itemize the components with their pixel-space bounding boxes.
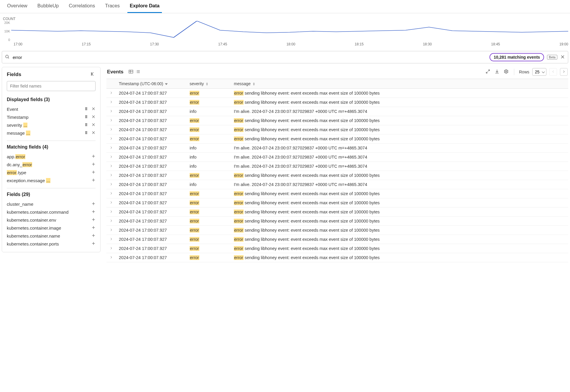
expand-row-button[interactable] — [109, 173, 113, 178]
expand-row-button[interactable] — [109, 164, 113, 169]
add-field-button[interactable] — [91, 154, 96, 159]
table-row[interactable]: 2024-07-24 17:00:07.927errorerror sendin… — [106, 116, 568, 125]
xtick: 18:30 — [423, 42, 432, 46]
table-row[interactable]: 2024-07-24 17:00:07.927errorerror sendin… — [106, 217, 568, 226]
expand-row-button[interactable] — [109, 237, 113, 242]
table-row[interactable]: 2024-07-24 17:00:07.927infoI'm alive. 20… — [106, 144, 568, 153]
close-icon — [91, 115, 96, 120]
view-table-button[interactable] — [128, 68, 134, 76]
table-row[interactable]: 2024-07-24 17:00:07.927infoI'm alive. 20… — [106, 153, 568, 162]
field-row[interactable]: cluster_name — [7, 200, 96, 208]
matching-field-row[interactable]: dc.any_error — [7, 161, 96, 169]
drag-handle-icon[interactable] — [84, 131, 88, 136]
add-field-button[interactable] — [91, 225, 96, 230]
table-row[interactable]: 2024-07-24 17:00:07.927infoI'm alive. 20… — [106, 107, 568, 116]
rows-select[interactable]: 25 — [532, 68, 546, 76]
table-row[interactable]: 2024-07-24 17:00:07.927errorerror sendin… — [106, 134, 568, 144]
expand-row-button[interactable] — [109, 136, 113, 141]
drag-handle-icon[interactable] — [84, 123, 88, 128]
add-field-button[interactable] — [91, 241, 96, 246]
download-button[interactable] — [494, 68, 500, 75]
displayed-field-row[interactable]: severity ... — [7, 121, 96, 129]
add-field-button[interactable] — [91, 178, 96, 183]
table-row[interactable]: 2024-07-24 17:00:07.927errorerror sendin… — [106, 226, 568, 235]
table-row[interactable]: 2024-07-24 17:00:07.927errorerror sendin… — [106, 125, 568, 134]
field-row[interactable]: kubernetes.container.env — [7, 216, 96, 224]
matching-field-row[interactable]: app.error — [7, 153, 96, 161]
clear-search-button[interactable] — [560, 55, 565, 60]
svg-point-6 — [86, 108, 87, 108]
add-field-button[interactable] — [91, 162, 96, 167]
field-row[interactable]: kubernetes.container.image — [7, 224, 96, 232]
tab-traces[interactable]: Traces — [103, 0, 122, 13]
cell-message: I'm alive. 2024-07-24 23:00:07.927029837… — [231, 144, 568, 153]
drag-handle-icon[interactable] — [84, 115, 88, 120]
add-field-button[interactable] — [91, 218, 96, 223]
next-page-button[interactable] — [560, 68, 568, 76]
expand-row-button[interactable] — [109, 210, 113, 214]
table-row[interactable]: 2024-07-24 17:00:07.927errorerror sendin… — [106, 171, 568, 180]
search-input[interactable] — [13, 55, 487, 60]
plus-icon — [91, 210, 96, 215]
plus-icon — [91, 154, 96, 159]
expand-row-button[interactable] — [109, 146, 113, 150]
expand-row-button[interactable] — [109, 155, 113, 159]
events-panel: Events Rows 25 — [106, 67, 568, 262]
add-field-button[interactable] — [91, 170, 96, 175]
table-row[interactable]: 2024-07-24 17:00:07.927infoI'm alive. 20… — [106, 162, 568, 171]
column-timestamp[interactable]: Timestamp (UTC-06:00) — [116, 79, 187, 89]
displayed-field-row[interactable]: message ... — [7, 129, 96, 137]
expand-row-button[interactable] — [109, 228, 113, 233]
remove-field-button[interactable] — [91, 131, 96, 136]
matching-field-row[interactable]: error.type — [7, 169, 96, 177]
tab-bubbleup[interactable]: BubbleUp — [35, 0, 61, 13]
expand-row-button[interactable] — [109, 118, 113, 123]
collapse-panel-button[interactable] — [90, 71, 96, 78]
settings-button[interactable] — [503, 68, 509, 75]
expand-row-button[interactable] — [109, 191, 113, 196]
matching-field-row[interactable]: exception.message ... — [7, 177, 96, 185]
expand-row-button[interactable] — [109, 100, 113, 105]
expand-row-button[interactable] — [109, 182, 113, 187]
tab-explore-data[interactable]: Explore Data — [127, 0, 162, 13]
add-field-button[interactable] — [91, 233, 96, 238]
table-row[interactable]: 2024-07-24 17:00:07.927errorerror sendin… — [106, 207, 568, 217]
expand-button[interactable] — [485, 68, 491, 75]
field-row[interactable]: kubernetes.container.ports — [7, 240, 96, 248]
expand-row-button[interactable] — [109, 109, 113, 114]
add-field-button[interactable] — [91, 202, 96, 207]
column-message[interactable]: message — [231, 79, 568, 89]
expand-row-button[interactable] — [109, 200, 113, 205]
table-row[interactable]: 2024-07-24 17:00:07.927errorerror sendin… — [106, 253, 568, 262]
field-row[interactable]: kubernetes.container.command — [7, 208, 96, 216]
remove-field-button[interactable] — [91, 107, 96, 112]
svg-line-66 — [488, 70, 489, 71]
filter-fields-input[interactable] — [7, 81, 96, 91]
table-row[interactable]: 2024-07-24 17:00:07.927errorerror sendin… — [106, 198, 568, 207]
displayed-field-row[interactable]: Event — [7, 105, 96, 113]
table-row[interactable]: 2024-07-24 17:00:07.927errorerror sendin… — [106, 89, 568, 98]
remove-field-button[interactable] — [91, 115, 96, 120]
add-field-button[interactable] — [91, 210, 96, 215]
column-severity[interactable]: severity — [187, 79, 231, 89]
remove-field-button[interactable] — [91, 123, 96, 128]
expand-row-button[interactable] — [109, 219, 113, 223]
table-row[interactable]: 2024-07-24 17:00:07.927errorerror sendin… — [106, 189, 568, 198]
prev-page-button[interactable] — [549, 68, 557, 76]
tab-overview[interactable]: Overview — [5, 0, 30, 13]
expand-row-button[interactable] — [109, 255, 113, 260]
expand-row-button[interactable] — [109, 246, 113, 251]
table-row[interactable]: 2024-07-24 17:00:07.927errorerror sendin… — [106, 235, 568, 244]
tab-correlations[interactable]: Correlations — [66, 0, 97, 13]
count-line-chart[interactable] — [11, 21, 568, 42]
expand-row-button[interactable] — [109, 91, 113, 95]
field-row[interactable]: kubernetes.container.name — [7, 232, 96, 240]
expand-row-button[interactable] — [109, 127, 113, 132]
table-row[interactable]: 2024-07-24 17:00:07.927errorerror sendin… — [106, 98, 568, 107]
table-row[interactable]: 2024-07-24 17:00:07.927errorerror sendin… — [106, 244, 568, 253]
beta-badge: Beta — [547, 55, 557, 60]
displayed-field-row[interactable]: Timestamp — [7, 113, 96, 121]
view-list-button[interactable] — [135, 68, 141, 76]
drag-handle-icon[interactable] — [84, 107, 88, 112]
table-row[interactable]: 2024-07-24 17:00:07.927infoI'm alive. 20… — [106, 180, 568, 189]
